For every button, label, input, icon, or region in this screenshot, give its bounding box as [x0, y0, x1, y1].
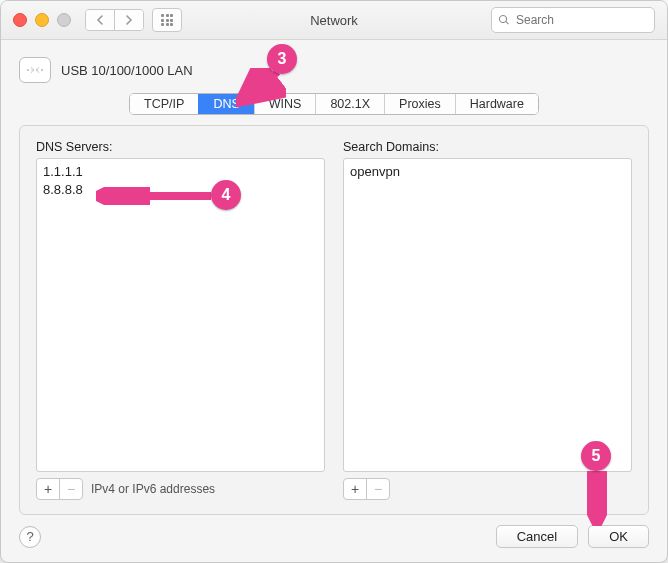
annotation-badge-5: 5	[581, 441, 611, 471]
cancel-button[interactable]: Cancel	[496, 525, 578, 548]
interface-header: USB 10/100/1000 LAN	[19, 57, 649, 83]
svg-line-2	[242, 72, 278, 100]
back-button[interactable]	[86, 10, 114, 30]
ok-button[interactable]: OK	[588, 525, 649, 548]
titlebar: Network	[1, 1, 667, 40]
dns-servers-add-remove: + −	[36, 478, 83, 500]
remove-search-domain-button[interactable]: −	[366, 479, 389, 499]
network-preferences-window: Network USB 10/100/1000 LAN TCP/IP DNS W…	[0, 0, 668, 563]
annotation-arrow-5	[587, 471, 607, 526]
annotation-arrow-4	[96, 187, 216, 205]
tab-proxies[interactable]: Proxies	[384, 94, 455, 114]
sheet-body: USB 10/100/1000 LAN TCP/IP DNS WINS 802.…	[1, 39, 667, 562]
minimize-window-icon[interactable]	[35, 13, 49, 27]
forward-button[interactable]	[114, 10, 143, 30]
ethernet-adapter-icon	[19, 57, 51, 83]
tab-8021x[interactable]: 802.1X	[315, 94, 384, 114]
dns-server-entry[interactable]: 1.1.1.1	[43, 163, 318, 181]
search-domains-add-remove: + −	[343, 478, 390, 500]
dns-servers-list[interactable]: 1.1.1.1 8.8.8.8	[36, 158, 325, 472]
window-controls	[13, 13, 71, 27]
show-all-button[interactable]	[152, 8, 182, 32]
question-icon: ?	[26, 529, 33, 544]
search-domains-label: Search Domains:	[343, 140, 632, 154]
chevron-left-icon	[96, 15, 104, 25]
add-dns-server-button[interactable]: +	[37, 479, 59, 499]
search-icon	[498, 14, 510, 26]
close-window-icon[interactable]	[13, 13, 27, 27]
add-search-domain-button[interactable]: +	[344, 479, 366, 499]
dns-servers-hint: IPv4 or IPv6 addresses	[91, 482, 215, 496]
dns-panel: DNS Servers: 1.1.1.1 8.8.8.8 + − IPv4 or…	[19, 125, 649, 515]
annotation-arrow-3	[236, 68, 286, 108]
tab-group: TCP/IP DNS WINS 802.1X Proxies Hardware	[129, 93, 539, 115]
nav-back-forward	[85, 9, 144, 31]
remove-dns-server-button[interactable]: −	[59, 479, 82, 499]
search-domains-list[interactable]: openvpn	[343, 158, 632, 472]
annotation-badge-4: 4	[211, 180, 241, 210]
tab-strip: TCP/IP DNS WINS 802.1X Proxies Hardware	[19, 93, 649, 115]
chevron-right-icon	[125, 15, 133, 25]
svg-point-1	[41, 69, 43, 71]
interface-name: USB 10/100/1000 LAN	[61, 63, 193, 78]
svg-point-0	[27, 69, 29, 71]
help-button[interactable]: ?	[19, 526, 41, 548]
toolbar-search[interactable]	[491, 7, 655, 33]
search-input[interactable]	[514, 12, 648, 28]
dns-servers-label: DNS Servers:	[36, 140, 325, 154]
grid-icon	[161, 14, 173, 26]
annotation-badge-3: 3	[267, 44, 297, 74]
tab-hardware[interactable]: Hardware	[455, 94, 538, 114]
search-domain-entry[interactable]: openvpn	[350, 163, 625, 181]
zoom-window-icon	[57, 13, 71, 27]
bottom-bar: ? Cancel OK	[19, 525, 649, 548]
tab-tcpip[interactable]: TCP/IP	[130, 94, 198, 114]
